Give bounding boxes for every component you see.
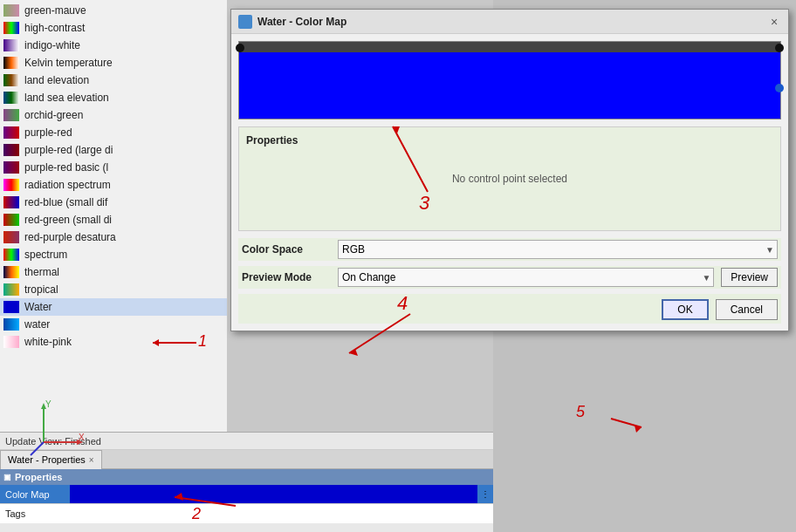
list-item[interactable]: green-mauve <box>0 2 227 19</box>
list-item-label: red-purple desatura <box>24 231 116 243</box>
list-item[interactable]: tropical <box>0 281 227 298</box>
dialog-title: Water - Color Map <box>257 16 767 28</box>
color-map-label: Color Map <box>0 489 70 500</box>
tags-label: Tags <box>0 508 70 519</box>
dialog-body: Properties No control point selected Col… <box>231 34 788 331</box>
color-map-value[interactable] <box>70 485 477 503</box>
axis-display: Y X <box>26 399 726 462</box>
no-selection-text: No control point selected <box>246 173 773 185</box>
list-item[interactable]: indigo-white <box>0 37 227 54</box>
preview-mode-row: Preview Mode On ChangeManualNone ▼ Previ… <box>238 266 781 289</box>
ok-button[interactable]: OK <box>662 299 708 320</box>
list-item[interactable]: high-contrast <box>0 19 227 37</box>
list-item-label: spectrum <box>24 249 67 261</box>
color-space-select-wrapper: RGBHSVLab ▼ <box>338 240 778 259</box>
color-space-label: Color Space <box>242 243 338 256</box>
list-item-label: land sea elevation <box>24 92 109 104</box>
tags-row: Tags <box>0 504 493 523</box>
list-item[interactable]: orchid-green <box>0 106 227 124</box>
list-item[interactable]: land sea elevation <box>0 89 227 106</box>
color-map-row[interactable]: Color Map ⋮ <box>0 485 493 504</box>
list-item-label: tropical <box>24 283 58 296</box>
color-space-select[interactable]: RGBHSVLab <box>338 240 778 259</box>
cancel-button[interactable]: Cancel <box>716 299 778 320</box>
color-map-dialog: Water - Color Map × Properties No contro… <box>230 9 789 331</box>
list-item-label: water <box>24 318 50 331</box>
svg-text:X: X <box>79 433 85 442</box>
list-item-label: orchid-green <box>24 109 83 121</box>
list-item[interactable]: land elevation <box>0 72 227 89</box>
dialog-buttons: OK Cancel <box>238 294 781 324</box>
list-item-label: indigo-white <box>24 39 80 51</box>
list-item-label: red-blue (small dif <box>24 196 107 208</box>
dialog-titlebar[interactable]: Water - Color Map × <box>231 10 788 34</box>
colormap-list: green-mauvehigh-contrastindigo-whiteKelv… <box>0 0 227 352</box>
list-item-label: green-mauve <box>24 4 86 17</box>
list-item-label: land elevation <box>24 74 89 86</box>
list-item-label: high-contrast <box>24 22 85 34</box>
color-space-row: Color Space RGBHSVLab ▼ <box>238 238 781 261</box>
list-item-label: Water <box>24 301 52 313</box>
list-item-label: radiation spectrum <box>24 179 111 191</box>
properties-section: Properties No control point selected <box>238 126 781 231</box>
properties-header: Properties <box>0 469 493 485</box>
colormap-display[interactable] <box>238 41 781 119</box>
list-item-label: purple-red basic (l <box>24 161 108 174</box>
list-item[interactable]: white-pink <box>0 333 227 351</box>
control-point-top-right[interactable] <box>775 44 784 52</box>
list-item-label: purple-red <box>24 126 72 139</box>
preview-mode-label: Preview Mode <box>242 271 338 283</box>
svg-line-6 <box>31 442 44 455</box>
list-item-label: Kelvin temperature <box>24 57 113 69</box>
list-item[interactable]: spectrum <box>0 246 227 263</box>
list-item[interactable]: thermal <box>0 263 227 281</box>
list-item[interactable]: purple-red (large di <box>0 141 227 159</box>
list-item[interactable]: Kelvin temperature <box>0 54 227 72</box>
list-item-label: purple-red (large di <box>24 144 113 156</box>
control-point-top-left[interactable] <box>236 44 244 52</box>
axis-svg: Y X <box>26 399 96 460</box>
list-item[interactable]: purple-red basic (l <box>0 159 227 176</box>
list-item[interactable]: radiation spectrum <box>0 176 227 194</box>
preview-mode-select[interactable]: On ChangeManualNone <box>338 268 714 287</box>
svg-text:Y: Y <box>45 399 51 409</box>
list-item[interactable]: water <box>0 316 227 333</box>
list-item[interactable]: purple-red <box>0 124 227 141</box>
preview-button[interactable]: Preview <box>721 268 778 287</box>
svg-marker-17 <box>349 349 358 356</box>
dialog-icon <box>238 15 252 29</box>
dialog-close-button[interactable]: × <box>767 15 781 29</box>
list-item[interactable]: red-blue (small dif <box>0 194 227 211</box>
list-item-label: thermal <box>24 266 59 278</box>
list-item[interactable]: Water <box>0 298 227 316</box>
preview-mode-select-wrapper: On ChangeManualNone ▼ <box>338 268 714 287</box>
color-map-actions[interactable]: ⋮ <box>477 489 493 499</box>
list-item-label: white-pink <box>24 336 72 348</box>
list-item[interactable]: red-green (small di <box>0 211 227 228</box>
list-item-label: red-green (small di <box>24 214 112 226</box>
properties-header-label: Properties <box>15 472 62 482</box>
properties-section-title: Properties <box>246 134 773 147</box>
control-point-right-middle[interactable] <box>775 84 784 92</box>
list-item[interactable]: red-purple desatura <box>0 228 227 246</box>
